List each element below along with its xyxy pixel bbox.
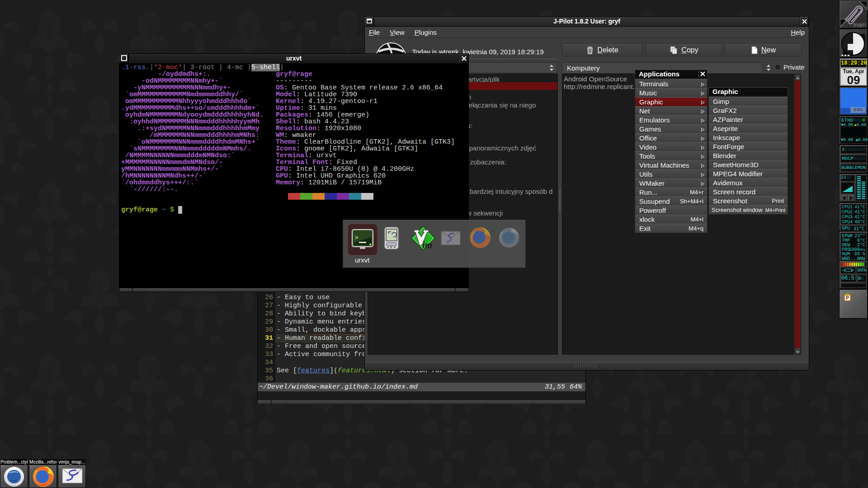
svg-text:P: P [846, 296, 849, 300]
svg-text:im: im [422, 239, 432, 250]
svg-text:main: main [853, 21, 866, 28]
svg-text:>: > [355, 235, 359, 241]
